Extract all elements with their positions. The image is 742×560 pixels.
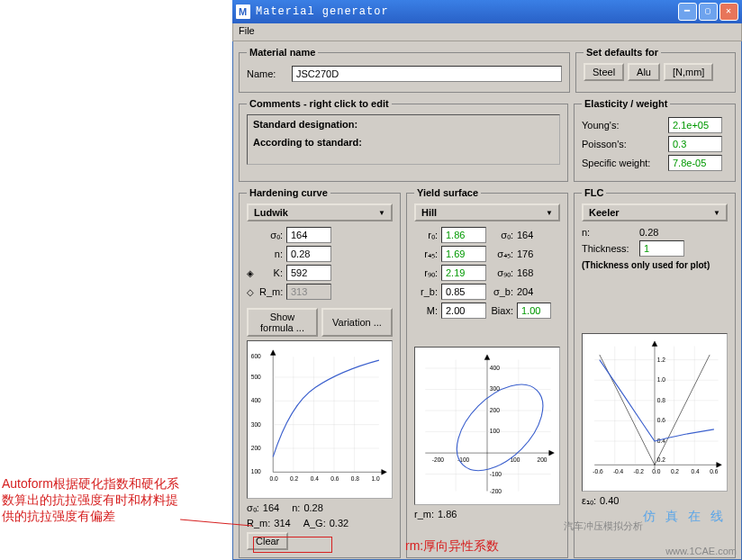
comment-line-1: Standard designation: <box>253 119 554 130</box>
biax-input[interactable] <box>517 303 551 319</box>
minimize-button[interactable]: ━ <box>678 3 697 21</box>
k-input[interactable] <box>286 265 331 281</box>
flc-dropdown[interactable]: Keeler▼ <box>582 203 728 221</box>
sw-input[interactable] <box>668 155 722 171</box>
n-label: n: <box>259 248 283 259</box>
r0-label: r₀: <box>414 230 438 241</box>
close-button[interactable]: ✕ <box>719 3 738 21</box>
rm-label: R_m: <box>259 286 283 297</box>
k-radio[interactable]: ◈ <box>247 268 256 278</box>
variation-button[interactable]: Variation ... <box>321 308 393 337</box>
svg-text:0.6: 0.6 <box>330 475 339 482</box>
window-titlebar: M Material generator ━ ▢ ✕ <box>232 0 742 23</box>
flc-chart: 1.21.00.80.60.40.2 -0.6-0.4-0.20.00.20.4… <box>582 333 728 492</box>
rm-input <box>286 284 331 300</box>
chevron-down-icon: ▼ <box>546 209 553 217</box>
summary-ag-value: 0.32 <box>330 518 348 528</box>
annotation-mid: rm:厚向异性系数 <box>405 538 499 555</box>
svg-marker-25 <box>484 355 490 360</box>
r0-input[interactable] <box>441 227 486 243</box>
svg-text:0.2: 0.2 <box>671 468 679 474</box>
alu-button[interactable]: Alu <box>628 63 660 81</box>
summary-rm-value: 314 <box>274 518 290 528</box>
svg-marker-27 <box>549 450 555 456</box>
nmm-button[interactable]: [N,mm] <box>664 63 713 81</box>
menu-file[interactable]: File <box>239 25 255 36</box>
svg-text:400: 400 <box>251 397 261 403</box>
name-label: Name: <box>247 68 292 79</box>
s45-label: σ₄₅: <box>490 248 513 260</box>
name-input[interactable] <box>292 66 562 82</box>
summary-n-value: 0.28 <box>303 502 322 514</box>
r90-input[interactable] <box>441 265 486 281</box>
summary-sigma0-label: σ₀: <box>247 502 259 514</box>
rb-input[interactable] <box>441 284 486 300</box>
defaults-group: Set defaults for Steel Alu [N,mm] <box>575 47 736 93</box>
yield-group: Yield surface Hill▼ r₀:σ₀:164 r₄₅:σ₄₅:17… <box>406 187 568 558</box>
hardening-group: Hardening curve Ludwik▼ σ₀: n: ◈K: ◇R_m:… <box>239 187 401 558</box>
svg-text:1.0: 1.0 <box>371 475 379 482</box>
steel-button[interactable]: Steel <box>584 63 624 81</box>
maximize-button[interactable]: ▢ <box>699 3 718 21</box>
sigma0-input[interactable] <box>286 227 331 243</box>
elasticity-group: Elasticity / weight Young's: Poisson's: … <box>574 98 736 182</box>
flc-e10-label: ε₁₀: <box>582 495 596 507</box>
yield-dropdown[interactable]: Hill▼ <box>414 203 560 221</box>
sb-label: σ_b: <box>490 286 513 297</box>
yield-rm-value: 1.86 <box>438 509 457 519</box>
comments-legend: Comments - right click to edit <box>247 98 392 109</box>
clear-button[interactable]: Clear <box>247 532 288 550</box>
biax-label: Biax: <box>490 305 513 316</box>
r90-label: r₉₀: <box>414 267 438 279</box>
svg-text:300: 300 <box>251 421 261 428</box>
svg-marker-49 <box>717 463 722 468</box>
yield-rm-label: r_m: <box>414 509 434 519</box>
svg-text:0.8: 0.8 <box>351 475 359 482</box>
svg-text:1.0: 1.0 <box>657 376 665 383</box>
svg-text:600: 600 <box>251 353 261 359</box>
n-input[interactable] <box>286 246 331 262</box>
svg-text:-200: -200 <box>432 456 445 463</box>
m-input[interactable] <box>441 303 486 319</box>
m-label: M: <box>414 305 438 316</box>
svg-marker-3 <box>382 470 387 475</box>
young-input[interactable] <box>668 117 722 133</box>
summary-sigma0-value: 164 <box>263 502 279 514</box>
flc-group: FLC Keeler▼ n:0.28 Thickness: (Thickness… <box>574 187 736 558</box>
svg-point-45 <box>441 369 558 486</box>
svg-text:400: 400 <box>490 365 500 371</box>
svg-line-73 <box>655 355 710 465</box>
comments-group: Comments - right click to edit Standard … <box>239 98 568 182</box>
svg-text:200: 200 <box>490 407 500 413</box>
flc-e10-value: 0.40 <box>600 495 619 507</box>
chevron-down-icon: ▼ <box>713 209 720 217</box>
s0-label: σ₀: <box>490 230 513 241</box>
elasticity-legend: Elasticity / weight <box>582 98 670 109</box>
svg-text:0.2: 0.2 <box>290 475 298 482</box>
summary-ag-label: A_G: <box>303 518 326 528</box>
svg-text:200: 200 <box>538 456 547 463</box>
svg-text:0.6: 0.6 <box>657 417 665 423</box>
material-name-group: Material name Name: <box>239 47 570 93</box>
hardening-legend: Hardening curve <box>247 187 330 198</box>
svg-text:100: 100 <box>251 468 261 474</box>
svg-text:0.0: 0.0 <box>269 475 277 482</box>
show-formula-button[interactable]: Show formula ... <box>247 308 318 337</box>
yield-legend: Yield surface <box>414 187 481 198</box>
hardening-dropdown[interactable]: Ludwik▼ <box>247 203 393 221</box>
svg-text:100: 100 <box>510 456 520 463</box>
s45-value: 176 <box>517 248 551 259</box>
r45-label: r₄₅: <box>414 248 438 260</box>
summary-rm-label: R_m: <box>247 518 270 528</box>
svg-text:0.8: 0.8 <box>657 397 665 403</box>
material-name-legend: Material name <box>247 47 318 58</box>
thick-input[interactable] <box>639 240 684 257</box>
rm-radio[interactable]: ◇ <box>247 287 256 297</box>
svg-text:0.4: 0.4 <box>311 475 319 482</box>
r45-input[interactable] <box>441 246 486 262</box>
svg-text:-0.6: -0.6 <box>593 468 603 474</box>
watermark-text2: 汽车冲压模拟分析 <box>564 519 643 533</box>
poisson-input[interactable] <box>668 136 722 152</box>
sigma0-label: σ₀: <box>259 230 283 241</box>
comments-area[interactable]: Standard designation: According to stand… <box>247 114 560 165</box>
